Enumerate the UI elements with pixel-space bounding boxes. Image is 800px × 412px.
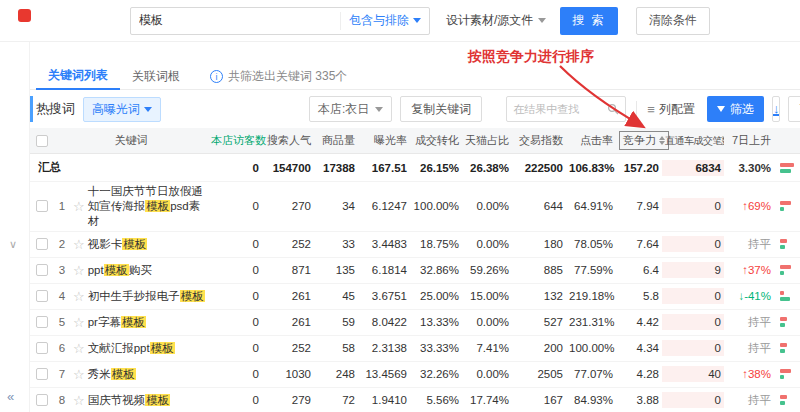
download-icon: ↓ bbox=[773, 103, 780, 116]
cell-click-rate: 231.31% bbox=[566, 314, 616, 330]
include-exclude-label: 包含与排除 bbox=[349, 12, 409, 29]
chevron-down-icon[interactable]: ∨ bbox=[9, 238, 17, 251]
table-row[interactable]: 1 ☆ 十一国庆节节日放假通知宣传海报模板psd素材 0 270 34 6.12… bbox=[30, 182, 800, 232]
star-icon[interactable]: ☆ bbox=[73, 237, 85, 252]
table-row[interactable]: 3 ☆ ppt模板购买 0 871 135 6.1814 32.86% 59.2… bbox=[30, 258, 800, 284]
col-header-keyword[interactable]: 关键词 bbox=[54, 131, 208, 150]
cell-products: 248 bbox=[314, 366, 358, 382]
col-header-tmall[interactable]: 天猫占比 bbox=[462, 131, 512, 150]
cell-ztc-deals: 0 bbox=[662, 236, 724, 252]
cell-tmall: 0.00% bbox=[462, 366, 512, 382]
find-in-results-input[interactable] bbox=[513, 103, 607, 115]
download-button[interactable]: ↓ bbox=[772, 96, 781, 122]
cell-click-rate: 78.05% bbox=[566, 236, 616, 252]
column-config-button[interactable]: ≡ 列配置 bbox=[636, 101, 695, 118]
row-index: 1 bbox=[54, 198, 70, 214]
col-header-conversion[interactable]: 成交转化 bbox=[410, 131, 462, 150]
row-checkbox[interactable] bbox=[36, 368, 48, 380]
cell-visitors: 0 bbox=[208, 340, 262, 356]
col-header-ztc-deals[interactable]: 直通车成交笔数 bbox=[662, 132, 724, 150]
search-button[interactable]: 搜 索 bbox=[560, 7, 617, 35]
tab-keyword-list[interactable]: 关键词列表 bbox=[36, 63, 120, 90]
col-header-products[interactable]: 商品量 bbox=[314, 131, 358, 150]
col-header-search[interactable]: 搜索人气 bbox=[262, 131, 314, 150]
column-config-label: 列配置 bbox=[659, 101, 695, 118]
row-checkbox[interactable] bbox=[36, 238, 48, 250]
row-checkbox[interactable] bbox=[36, 264, 48, 276]
col-header-visitors[interactable]: 本店访客数 bbox=[208, 131, 262, 150]
columns-icon: ≡ bbox=[647, 102, 655, 117]
cell-visitors: 0 bbox=[208, 198, 262, 214]
cell-competitiveness: 7.64 bbox=[616, 236, 662, 252]
col-header-7day-rise[interactable]: 7日上升 bbox=[724, 131, 774, 150]
search-icon[interactable] bbox=[607, 103, 619, 115]
trend-bars bbox=[774, 367, 800, 381]
find-in-results-box bbox=[506, 96, 626, 122]
col-header-click-rate[interactable]: 点击率 bbox=[566, 131, 616, 150]
row-checkbox[interactable] bbox=[36, 394, 48, 406]
cell-visitors: 0 bbox=[208, 288, 262, 304]
star-icon[interactable]: ☆ bbox=[73, 289, 85, 304]
visualization-settings-button[interactable]: 可视化设置 bbox=[788, 96, 800, 122]
row-index: 7 bbox=[54, 366, 70, 382]
star-icon[interactable]: ☆ bbox=[73, 341, 85, 356]
keyword-search-input[interactable] bbox=[131, 14, 340, 28]
star-icon[interactable]: ☆ bbox=[73, 199, 85, 214]
col-header-exposure[interactable]: 曝光率 bbox=[358, 131, 410, 150]
cell-tmall: 59.26% bbox=[462, 262, 512, 278]
filter-button[interactable]: 筛选 bbox=[707, 96, 764, 122]
include-exclude-select[interactable]: 包含与排除 bbox=[340, 12, 429, 30]
row-checkbox[interactable] bbox=[36, 290, 48, 302]
keyword-text: ppt bbox=[88, 264, 104, 276]
row-checkbox[interactable] bbox=[36, 316, 48, 328]
cell-click-rate: 106.83% bbox=[566, 160, 616, 176]
collapse-sidebar-icon[interactable]: « bbox=[7, 389, 14, 404]
select-all-checkbox[interactable] bbox=[36, 135, 48, 147]
tag-label: 高曝光词 bbox=[92, 101, 140, 118]
cell-competitiveness: 7.94 bbox=[616, 198, 662, 214]
row-checkbox[interactable] bbox=[36, 342, 48, 354]
cell-competitiveness: 3.88 bbox=[616, 392, 662, 408]
table-row[interactable]: 2 ☆ 视影卡模板 0 252 33 3.4483 18.75% 0.00% 1… bbox=[30, 232, 800, 258]
cell-ztc-deals: 0 bbox=[662, 288, 724, 304]
table-row[interactable]: 7 ☆ 秀米模板 0 1030 248 13.4569 32.26% 0.00%… bbox=[30, 362, 800, 388]
cell-trade-index: 200 bbox=[512, 340, 566, 356]
star-icon[interactable]: ☆ bbox=[73, 393, 85, 408]
tab-related-roots[interactable]: 关联词根 bbox=[120, 64, 192, 89]
cell-visitors: 0 bbox=[208, 314, 262, 330]
cell-products: 72 bbox=[314, 392, 358, 408]
row-index: 2 bbox=[54, 236, 70, 252]
cell-7day-rise: ↑38% bbox=[724, 366, 774, 382]
table-row[interactable]: 5 ☆ pr字幕模板 0 261 59 8.0422 13.33% 0.00% … bbox=[30, 310, 800, 336]
keyword-highlight: 模板 bbox=[150, 342, 175, 354]
shop-select[interactable]: 本店:衣日 bbox=[309, 96, 392, 122]
cell-competitiveness: 157.20 bbox=[616, 160, 662, 176]
table-row[interactable]: 8 ☆ 国庆节视频模板 0 279 72 1.9410 5.56% 17.74%… bbox=[30, 388, 800, 412]
keyword-text: 初中生手抄报电子 bbox=[88, 290, 180, 302]
star-icon[interactable]: ☆ bbox=[73, 367, 85, 382]
cell-exposure: 13.4569 bbox=[358, 366, 410, 382]
cell-tmall: 7.41% bbox=[462, 340, 512, 356]
keyword-cell: ☆ pr字幕模板 bbox=[70, 313, 208, 332]
col-header-trade-index[interactable]: 交易指数 bbox=[512, 131, 566, 150]
table-toolbar: 热搜词 高曝光词 本店:衣日 复制关键词 ≡ 列配置 bbox=[30, 90, 800, 128]
copy-keywords-button[interactable]: 复制关键词 bbox=[400, 96, 482, 122]
col-header-competitiveness[interactable]: 竞争力 bbox=[616, 129, 662, 152]
clear-conditions-button[interactable]: 清除条件 bbox=[636, 7, 710, 35]
row-checkbox[interactable] bbox=[36, 200, 48, 212]
cell-tmall: 0.00% bbox=[462, 236, 512, 252]
cell-search: 279 bbox=[262, 392, 314, 408]
high-exposure-tag[interactable]: 高曝光词 bbox=[83, 97, 161, 122]
cell-products: 58 bbox=[314, 340, 358, 356]
trend-bars bbox=[774, 199, 800, 213]
table-row[interactable]: 6 ☆ 文献汇报ppt模板 0 252 58 2.3138 33.33% 7.4… bbox=[30, 336, 800, 362]
star-icon[interactable]: ☆ bbox=[73, 315, 85, 330]
star-icon[interactable]: ☆ bbox=[73, 263, 85, 278]
chevron-down-icon bbox=[144, 107, 152, 112]
cell-conversion: 32.26% bbox=[410, 366, 462, 382]
category-select[interactable]: 设计素材/源文件 bbox=[446, 12, 546, 29]
table-row[interactable]: 4 ☆ 初中生手抄报电子模板 0 261 45 3.6751 25.00% 15… bbox=[30, 284, 800, 310]
main-content: 关键词列表 关联词根 i 共筛选出关键词 335个 热搜词 高曝光词 本店:衣日… bbox=[30, 42, 800, 412]
keyword-text: 视影卡 bbox=[88, 238, 123, 250]
keyword-highlight: 模板 bbox=[145, 394, 170, 406]
